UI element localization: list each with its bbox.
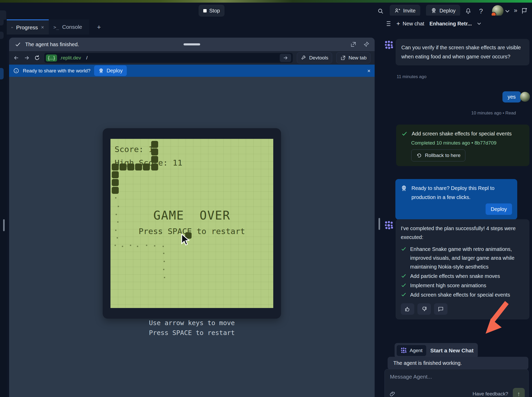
- game-screen[interactable]: Score: 1 High Score: 11 GAME OVER Press …: [110, 139, 273, 308]
- agent-chat-panel: + New chat Enhancing Retr... Can you ver…: [382, 16, 532, 397]
- collapsed-dock-item[interactable]: [0, 68, 4, 79]
- success-check-icon: [401, 273, 407, 279]
- particle-speck: [122, 246, 123, 247]
- person-plus-icon: [394, 8, 401, 14]
- browser-toolbar: {...} .replit.dev / Devtools New tab: [9, 51, 375, 65]
- host-name: .replit.dev: [60, 55, 81, 61]
- banner-close-icon[interactable]: ×: [367, 68, 370, 74]
- agent-status-toast: The agent is finished working.: [388, 357, 528, 369]
- snake-segment: [112, 187, 119, 194]
- deploy-globe-icon: [431, 8, 437, 14]
- deploy-promo-button[interactable]: Deploy: [486, 203, 512, 215]
- forward-icon[interactable]: [24, 55, 30, 61]
- plan-step: Add particle effects when snake moves: [401, 272, 524, 280]
- rollback-icon: [416, 153, 422, 158]
- thumbs-down-button[interactable]: [417, 303, 431, 315]
- deploy-button[interactable]: Deploy: [426, 5, 460, 17]
- success-check-icon: [401, 292, 407, 297]
- particle-speck: [117, 237, 118, 238]
- message-composer: Have feedback? ↑: [384, 369, 529, 397]
- banner-deploy-button[interactable]: Deploy: [94, 65, 127, 76]
- user-avatar[interactable]: [492, 5, 503, 17]
- new-chat-button[interactable]: + New chat: [396, 20, 424, 27]
- chat-title-chevron-icon[interactable]: [477, 22, 481, 25]
- help-icon[interactable]: ?: [479, 7, 483, 15]
- pin-icon[interactable]: [363, 41, 369, 47]
- banner-text: Ready to share with the world?: [23, 68, 90, 74]
- notifications-bell-icon[interactable]: [465, 8, 472, 15]
- particle-speck: [163, 246, 164, 247]
- chat-history-icon[interactable]: [384, 20, 391, 27]
- external-link-icon: [340, 55, 346, 61]
- collapsed-dock-item[interactable]: [0, 32, 4, 39]
- annotation-arrow: [481, 300, 510, 337]
- rollback-button[interactable]: Rollback to here: [411, 149, 465, 161]
- attach-paperclip-icon[interactable]: [389, 391, 396, 397]
- deploy-promo-card: Ready to share? Deploy this Repl to prod…: [395, 179, 517, 220]
- thumbs-down-icon: [421, 306, 427, 312]
- app-window: Stop Invite Deploy ? »: [0, 0, 532, 397]
- tab-console[interactable]: >_ Console: [49, 19, 89, 35]
- url-field[interactable]: {...} .replit.dev /: [44, 53, 293, 63]
- pane-resize-handle[interactable]: [3, 219, 5, 231]
- message-input[interactable]: [389, 373, 525, 380]
- wallpaper-strip: [0, 0, 532, 3]
- invite-label: Invite: [403, 8, 416, 14]
- open-in-new-icon[interactable]: [350, 41, 356, 47]
- user-message-timestamp: 10 minutes ago • Read: [471, 111, 516, 116]
- collapsed-dock-item[interactable]: [0, 16, 4, 25]
- open-new-tab-button[interactable]: New tab: [336, 52, 370, 63]
- webview-card: The agent has finished. {...} .replit.de…: [9, 38, 375, 397]
- tab-progress[interactable]: Progress ×: [7, 19, 49, 35]
- checkpoint-meta: Completed 10 minutes ago • 8b77d709: [411, 140, 524, 146]
- flag-plus-icon[interactable]: [521, 7, 528, 15]
- deploy-promo-text: Ready to share? Deploy this Repl to prod…: [411, 184, 512, 202]
- deploy-globe-icon: [98, 68, 104, 74]
- game-caption: Use arrow keys to move Press SPACE to re…: [149, 318, 235, 338]
- new-tab-plus-button[interactable]: +: [92, 19, 108, 35]
- panel-resize-handle[interactable]: [379, 218, 380, 230]
- back-icon[interactable]: [13, 55, 19, 61]
- user-avatar-small: [520, 92, 530, 102]
- search-icon[interactable]: [377, 8, 384, 15]
- thumbs-up-icon: [404, 306, 411, 312]
- plan-step: Enhance Snake game with retro animations…: [401, 245, 524, 271]
- check-icon: [15, 41, 21, 47]
- game-over-text: GAME OVER: [110, 208, 273, 222]
- tab-close-icon[interactable]: ×: [41, 24, 44, 30]
- success-check-icon: [401, 246, 407, 252]
- left-dock-rail: [0, 20, 7, 397]
- thumbs-up-button[interactable]: [401, 303, 414, 315]
- plan-intro: I've completed the plan successfully! 4 …: [401, 224, 524, 242]
- user-message: yes: [502, 91, 521, 102]
- have-feedback-link[interactable]: Have feedback?: [473, 391, 508, 397]
- chat-title[interactable]: Enhancing Retr...: [429, 21, 472, 27]
- tab-progress-label: Progress: [16, 24, 38, 31]
- snake-segment: [112, 179, 119, 186]
- agent-pill: Agent: [397, 345, 426, 356]
- devtools-button[interactable]: Devtools: [297, 52, 332, 63]
- score-text: Score: 1: [115, 145, 153, 154]
- chat-header: + New chat Enhancing Retr...: [384, 20, 481, 27]
- send-button[interactable]: ↑: [513, 388, 525, 397]
- comment-button[interactable]: [434, 303, 447, 315]
- reload-icon[interactable]: [34, 55, 40, 61]
- devtools-label: Devtools: [309, 55, 328, 61]
- deploy-globe-icon: [401, 185, 407, 192]
- drag-handle[interactable]: [184, 43, 200, 45]
- invite-button[interactable]: Invite: [390, 5, 420, 17]
- comment-icon: [438, 306, 444, 312]
- account-chevron-icon[interactable]: [505, 9, 510, 13]
- particle-speck: [137, 246, 138, 247]
- stop-icon: [203, 9, 207, 12]
- plan-step: Add screen shake effects for special eve…: [401, 290, 524, 299]
- navigate-arrow-button[interactable]: [280, 54, 291, 62]
- particle-speck: [164, 277, 165, 278]
- stop-button[interactable]: Stop: [199, 5, 225, 17]
- start-new-chat-button[interactable]: Agent Start a New Chat: [395, 343, 478, 358]
- agent-status-bar: The agent has finished.: [9, 38, 375, 51]
- preview-pane: Progress × >_ Console + The agent has fi…: [7, 19, 377, 397]
- game-frame: Score: 1 High Score: 11 GAME OVER Press …: [103, 128, 281, 319]
- overflow-chevrons[interactable]: »: [514, 7, 517, 14]
- restart-hint-text: Press SPACE to restart: [110, 227, 273, 236]
